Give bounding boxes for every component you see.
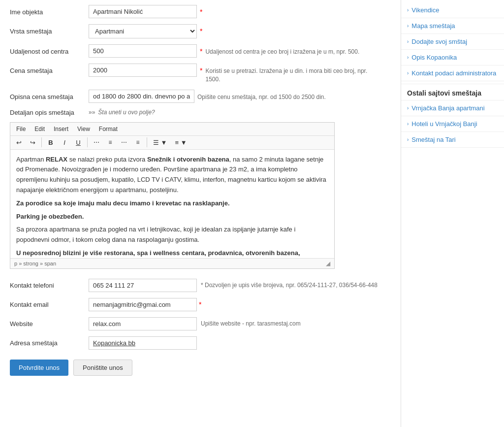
sidebar-item-kontakt-admin[interactable]: › Kontakt podaci administratora — [401, 66, 504, 81]
sidebar-item-label-3: Dodajte svoj smštaj — [411, 38, 467, 45]
sidebar-item-dodajte[interactable]: › Dodajte svoj smštaj — [401, 34, 504, 50]
sidebar-item-label-2: Mapa smeštaja — [411, 22, 455, 30]
align-right-btn[interactable]: ⋯ — [118, 137, 130, 148]
email-required-star: * — [199, 300, 201, 308]
sidebar-item-mapa[interactable]: › Mapa smeštaja — [401, 18, 504, 34]
cena-hint: Koristi se u pretrazi. Izražena je u din… — [205, 64, 373, 84]
opisna-cena-hint: Opišite cenu smeštaja, npr. od 1500 do 2… — [197, 90, 326, 101]
telefoni-label: Kontakt telefoni — [10, 282, 89, 289]
udaljenost-input[interactable] — [89, 44, 197, 58]
contact-section: Kontakt telefoni * Dozvoljen je upis viš… — [10, 279, 391, 350]
ime-objekta-label: Ime objekta — [10, 5, 89, 16]
editor-content[interactable]: Apartman RELAX se nalazi preko puta izvo… — [10, 150, 334, 258]
cena-row: Cena smeštaja * Koristi se u pretrazi. I… — [10, 64, 391, 84]
udaljenost-wrap: * Udaljenost od centra je ceo broj i izr… — [89, 44, 391, 58]
telefoni-row: Kontakt telefoni * Dozvoljen je upis viš… — [10, 279, 391, 292]
cena-label: Cena smeštaja — [10, 64, 89, 74]
chevron-right-icon-5: › — [407, 70, 409, 76]
ime-objekta-row: Ime objekta * — [10, 5, 391, 18]
editor-para-2: Za porodice sa koje imaju malu decu imam… — [16, 198, 328, 209]
telefoni-hint: * Dozvoljen je upis više brojeva, npr. 0… — [201, 282, 378, 289]
website-row: Website Upišite website - npr. tarasmest… — [10, 317, 391, 330]
cena-input[interactable] — [89, 64, 197, 77]
editor-para-1: Apartman RELAX se nalazi preko puta izvo… — [16, 155, 328, 196]
vrsta-smestaja-label: Vrsta smeštaja — [10, 24, 89, 35]
chevron-right-icon-7: › — [407, 121, 409, 127]
undo-btn[interactable]: ↩ — [12, 137, 25, 148]
chevron-right-icon-8: › — [407, 137, 409, 142]
chevron-right-icon-4: › — [407, 55, 409, 60]
sidebar-section2-title: Ostali sajtovi smeštaja — [401, 84, 504, 100]
fmt-sep3 — [147, 137, 147, 147]
telefoni-input[interactable] — [89, 279, 197, 292]
view-menu-btn[interactable]: View — [73, 124, 94, 134]
chevron-right-icon-3: › — [407, 39, 409, 44]
udaljenost-hint: Udaljenost od centra je ceo broj i izraž… — [205, 44, 359, 56]
sidebar-item-opis[interactable]: › Opis Kopaonika — [401, 50, 504, 66]
vrsta-smestaja-select[interactable]: Apartmani Hotel Vila Motel — [89, 24, 197, 38]
edit-menu-btn[interactable]: Edit — [31, 124, 49, 134]
underline-btn[interactable]: U — [72, 137, 85, 148]
fmt-sep2 — [87, 137, 88, 147]
editor-para-3: Parking je obezbeđen. — [16, 212, 328, 222]
editor-para-5: U neposrednoj blizini je više restorana,… — [16, 248, 328, 258]
opisna-cena-wrap: Opišite cenu smeštaja, npr. od 1500 do 2… — [89, 90, 391, 103]
sidebar-item-label-6: Vrnjačka Banja apartmani — [411, 104, 484, 112]
email-input[interactable] — [89, 298, 197, 311]
opisna-cena-row: Opisna cena smeštaja Opišite cenu smešta… — [10, 90, 391, 103]
chevron-right-icon-1: › — [407, 7, 409, 13]
ponisti-button[interactable]: Poništite unos — [73, 360, 132, 376]
sidebar-item-label-8: Smeštaj na Tari — [411, 136, 455, 143]
editor-toolbar-top: File Edit Insert View Format — [10, 123, 334, 136]
potvrdi-button[interactable]: Potvrdite unos — [10, 360, 68, 376]
cena-wrap: * Koristi se u pretrazi. Izražena je u d… — [89, 64, 391, 84]
detaljan-field-hint: Šta uneti u ovo polje? — [98, 109, 155, 116]
sidebar-item-hoteli[interactable]: › Hoteli u Vrnjačkoj Banji — [401, 116, 504, 132]
ime-required-star: * — [200, 8, 202, 16]
bold-btn[interactable]: B — [44, 137, 57, 148]
ime-objekta-input[interactable] — [89, 5, 197, 18]
editor-path: p » strong » span — [14, 261, 56, 266]
format-menu-btn[interactable]: Format — [95, 124, 122, 134]
sidebar: › Vikendice › Mapa smeštaja › Dodajte sv… — [401, 0, 504, 427]
adresa-row: Adresa smeštaja — [10, 336, 391, 350]
sidebar-item-tara[interactable]: › Smeštaj na Tari — [401, 132, 504, 148]
sidebar-item-vrnjacka[interactable]: › Vrnjačka Banja apartmani — [401, 100, 504, 116]
chevron-right-icon-6: › — [407, 105, 409, 111]
email-label: Kontakt email — [10, 301, 89, 308]
fmt-sep1 — [41, 137, 42, 147]
ordered-list-btn[interactable]: ≡ ▼ — [171, 137, 190, 148]
vrsta-required-star: * — [200, 27, 202, 35]
website-input[interactable] — [89, 317, 197, 330]
detaljan-label-row: Detaljan opis smeštaja »» Šta uneti u ov… — [10, 109, 391, 116]
opisna-cena-label: Opisna cena smeštaja — [10, 90, 89, 100]
align-justify-btn[interactable]: ≡ — [131, 137, 144, 148]
editor-para-4: Sa prozora apartmana se pruža pogled na … — [16, 225, 328, 245]
sidebar-item-label-7: Hoteli u Vrnjačkoj Banji — [411, 120, 477, 128]
insert-menu-btn[interactable]: Insert — [50, 124, 72, 134]
file-menu-btn[interactable]: File — [12, 124, 30, 134]
align-left-btn[interactable]: ⋯ — [90, 137, 103, 148]
italic-btn[interactable]: I — [58, 137, 71, 148]
adresa-label: Adresa smeštaja — [10, 339, 89, 347]
editor-footer: p » strong » span ◢ — [10, 258, 334, 268]
unordered-list-btn[interactable]: ☰ ▼ — [150, 137, 170, 148]
redo-btn[interactable]: ↪ — [26, 137, 39, 148]
sidebar-item-label-5: Kontakt podaci administratora — [411, 69, 496, 77]
vrsta-smestaja-row: Vrsta smeštaja Apartmani Hotel Vila Mote… — [10, 24, 391, 38]
sidebar-item-vikendice[interactable]: › Vikendice — [401, 2, 504, 18]
align-center-btn[interactable]: ≡ — [104, 137, 117, 148]
udaljenost-row: Udaljenost od centra * Udaljenost od cen… — [10, 44, 391, 58]
editor-resize-icon: ◢ — [326, 260, 330, 267]
udaljenost-label: Udaljenost od centra — [10, 44, 89, 55]
vrsta-smestaja-wrap: Apartmani Hotel Vila Motel * — [89, 24, 391, 38]
opisna-cena-input[interactable] — [89, 90, 194, 103]
chevron-right-icon-2: › — [407, 23, 409, 29]
adresa-input[interactable] — [89, 336, 197, 350]
sidebar-item-label-1: Vikendice — [411, 6, 439, 14]
editor-toolbar-fmt: ↩ ↪ B I U ⋯ ≡ ⋯ ≡ ☰ ▼ ≡ ▼ — [10, 136, 334, 150]
editor-wrapper: File Edit Insert View Format ↩ ↪ B I U ⋯… — [10, 122, 335, 269]
detaljan-link[interactable]: »» — [89, 109, 95, 116]
udaljenost-required-star: * — [200, 47, 202, 55]
website-hint: Upišite website - npr. tarasmestaj.com — [201, 320, 301, 327]
